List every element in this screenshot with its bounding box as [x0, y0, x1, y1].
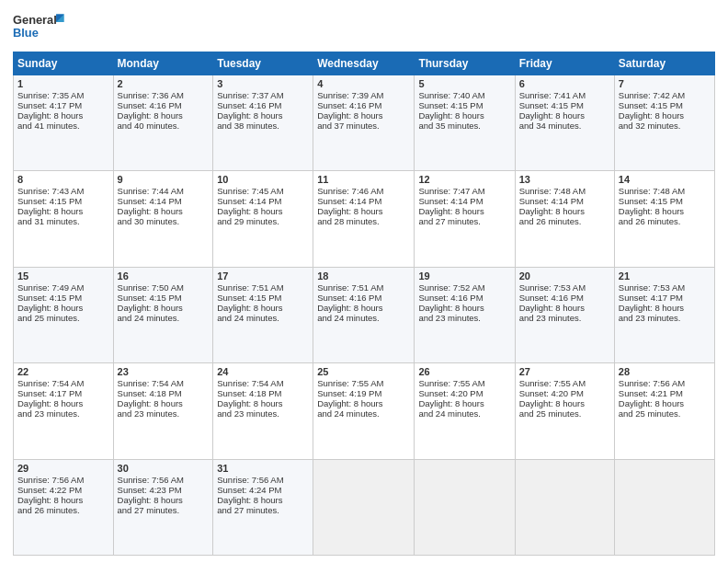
day-info-line: and 27 minutes. [118, 505, 210, 515]
calendar-day-cell: 19Sunrise: 7:52 AMSunset: 4:16 PMDayligh… [415, 267, 515, 362]
day-number: 15 [17, 270, 109, 282]
day-info-line: Sunset: 4:15 PM [17, 196, 109, 206]
day-info-line: and 26 minutes. [17, 505, 109, 515]
calendar-day-cell [614, 459, 714, 555]
calendar-day-cell: 20Sunrise: 7:53 AMSunset: 4:16 PMDayligh… [515, 267, 614, 362]
day-info-line: Sunset: 4:14 PM [217, 196, 309, 206]
day-info-line: Daylight: 8 hours [217, 495, 309, 505]
day-info-line: and 38 minutes. [217, 121, 309, 131]
day-info-line: Daylight: 8 hours [217, 398, 309, 408]
day-number: 8 [17, 174, 109, 185]
calendar-day-cell: 5Sunrise: 7:40 AMSunset: 4:15 PMDaylight… [415, 75, 515, 171]
weekday-header-cell: Sunday [14, 52, 114, 75]
day-info-line: Daylight: 8 hours [317, 206, 410, 216]
day-number: 3 [217, 78, 309, 89]
day-info-line: Sunset: 4:24 PM [217, 485, 309, 495]
day-info-line: Sunrise: 7:37 AM [217, 90, 309, 100]
day-info-line: Daylight: 8 hours [17, 303, 109, 313]
day-info-line: Daylight: 8 hours [418, 110, 510, 121]
day-info-line: and 23 minutes. [118, 408, 210, 419]
day-info-line: and 23 minutes. [519, 313, 610, 323]
day-info-line: Sunset: 4:15 PM [418, 100, 510, 110]
logo: General Blue [13, 9, 68, 46]
day-info-line: Sunset: 4:15 PM [619, 196, 711, 206]
day-info-line: Sunset: 4:14 PM [118, 196, 210, 206]
calendar-day-cell: 28Sunrise: 7:56 AMSunset: 4:21 PMDayligh… [614, 363, 714, 459]
day-info-line: and 25 minutes. [519, 408, 610, 419]
day-number: 19 [418, 270, 510, 282]
day-number: 23 [118, 366, 210, 377]
day-info-line: Daylight: 8 hours [17, 206, 109, 216]
calendar-day-cell: 6Sunrise: 7:41 AMSunset: 4:15 PMDaylight… [515, 75, 614, 171]
calendar-day-cell: 8Sunrise: 7:43 AMSunset: 4:15 PMDaylight… [14, 171, 114, 267]
day-info-line: Sunrise: 7:53 AM [519, 282, 610, 293]
day-info-line: and 41 minutes. [17, 121, 109, 131]
calendar-week-row: 8Sunrise: 7:43 AMSunset: 4:15 PMDaylight… [14, 171, 715, 267]
day-info-line: and 30 minutes. [118, 216, 210, 226]
day-info-line: and 24 minutes. [118, 313, 210, 323]
day-number: 11 [317, 174, 410, 185]
day-info-line: Sunrise: 7:45 AM [217, 186, 309, 196]
day-info-line: Sunset: 4:20 PM [519, 388, 610, 398]
calendar-day-cell: 17Sunrise: 7:51 AMSunset: 4:15 PMDayligh… [213, 267, 313, 362]
day-info-line: and 26 minutes. [519, 216, 610, 226]
weekday-header-cell: Wednesday [313, 52, 415, 75]
day-info-line: Daylight: 8 hours [17, 110, 109, 121]
day-info-line: Sunset: 4:21 PM [619, 388, 711, 398]
day-info-line: Sunset: 4:16 PM [317, 100, 410, 110]
calendar-day-cell: 30Sunrise: 7:56 AMSunset: 4:23 PMDayligh… [113, 459, 213, 555]
day-number: 7 [619, 78, 711, 89]
day-info-line: and 27 minutes. [217, 505, 309, 515]
day-info-line: and 24 minutes. [317, 408, 410, 419]
day-info-line: Sunrise: 7:43 AM [17, 186, 109, 196]
day-info-line: Daylight: 8 hours [17, 495, 109, 505]
day-info-line: Sunrise: 7:55 AM [519, 378, 610, 388]
day-info-line: and 23 minutes. [217, 408, 309, 419]
day-number: 1 [17, 78, 109, 89]
day-info-line: Sunset: 4:23 PM [118, 485, 210, 495]
day-info-line: Sunrise: 7:51 AM [217, 282, 309, 293]
day-number: 22 [17, 366, 109, 377]
day-number: 21 [619, 270, 711, 282]
day-info-line: and 25 minutes. [619, 408, 711, 419]
day-info-line: Daylight: 8 hours [619, 206, 711, 216]
day-info-line: and 29 minutes. [217, 216, 309, 226]
calendar-day-cell [415, 459, 515, 555]
day-info-line: Sunrise: 7:35 AM [17, 90, 109, 100]
calendar-day-cell: 21Sunrise: 7:53 AMSunset: 4:17 PMDayligh… [614, 267, 714, 362]
calendar-week-row: 15Sunrise: 7:49 AMSunset: 4:15 PMDayligh… [14, 267, 715, 362]
day-info-line: Sunset: 4:16 PM [217, 100, 309, 110]
calendar-day-cell: 16Sunrise: 7:50 AMSunset: 4:15 PMDayligh… [113, 267, 213, 362]
day-info-line: Sunset: 4:15 PM [519, 100, 610, 110]
day-info-line: Daylight: 8 hours [519, 398, 610, 408]
calendar-day-cell: 27Sunrise: 7:55 AMSunset: 4:20 PMDayligh… [515, 363, 614, 459]
day-info-line: and 32 minutes. [619, 121, 711, 131]
day-info-line: Daylight: 8 hours [619, 110, 711, 121]
day-info-line: Sunrise: 7:56 AM [17, 475, 109, 485]
day-info-line: Daylight: 8 hours [317, 398, 410, 408]
day-info-line: Daylight: 8 hours [17, 398, 109, 408]
day-info-line: and 23 minutes. [619, 313, 711, 323]
day-info-line: Sunset: 4:15 PM [217, 293, 309, 303]
calendar-day-cell: 7Sunrise: 7:42 AMSunset: 4:15 PMDaylight… [614, 75, 714, 171]
calendar-day-cell: 11Sunrise: 7:46 AMSunset: 4:14 PMDayligh… [313, 171, 415, 267]
day-info-line: Daylight: 8 hours [317, 303, 410, 313]
day-info-line: Sunset: 4:17 PM [17, 388, 109, 398]
day-info-line: Sunset: 4:15 PM [118, 293, 210, 303]
calendar-day-cell: 10Sunrise: 7:45 AMSunset: 4:14 PMDayligh… [213, 171, 313, 267]
calendar-page: General Blue SundayMondayTuesdayWednesda… [0, 0, 728, 563]
day-number: 14 [619, 174, 711, 185]
day-info-line: Sunset: 4:18 PM [217, 388, 309, 398]
day-info-line: and 26 minutes. [619, 216, 711, 226]
day-number: 28 [619, 366, 711, 377]
day-number: 29 [17, 463, 109, 474]
day-info-line: Sunset: 4:17 PM [619, 293, 711, 303]
calendar-day-cell: 25Sunrise: 7:55 AMSunset: 4:19 PMDayligh… [313, 363, 415, 459]
svg-text:General: General [13, 13, 57, 27]
calendar-day-cell: 24Sunrise: 7:54 AMSunset: 4:18 PMDayligh… [213, 363, 313, 459]
calendar-day-cell: 31Sunrise: 7:56 AMSunset: 4:24 PMDayligh… [213, 459, 313, 555]
logo-svg: General Blue [13, 9, 68, 46]
day-info-line: Sunset: 4:14 PM [418, 196, 510, 206]
day-info-line: Daylight: 8 hours [519, 110, 610, 121]
day-info-line: Sunrise: 7:55 AM [317, 378, 410, 388]
